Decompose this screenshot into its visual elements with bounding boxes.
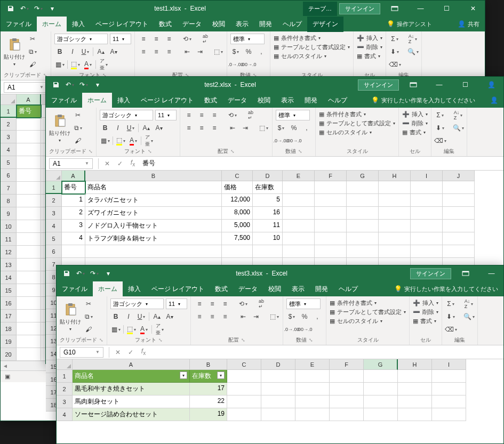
font-size-select[interactable]: 11 ▾	[155, 110, 177, 120]
tab-review[interactable]: 校閲	[207, 17, 230, 32]
col-header[interactable]: I	[432, 359, 466, 370]
decrease-indent-icon[interactable]: ⇤	[227, 123, 238, 133]
cancel-formula-icon[interactable]: ✕	[111, 349, 124, 356]
align-left-icon[interactable]: ≡	[194, 311, 205, 322]
table-header-cell[interactable]: 在庫数▾	[190, 370, 227, 383]
cell[interactable]	[283, 207, 315, 220]
enter-formula-icon[interactable]: ✓	[114, 160, 126, 167]
cell[interactable]	[364, 395, 398, 408]
cell[interactable]	[364, 370, 398, 383]
row-header[interactable]: 4	[1, 143, 17, 156]
copy-icon[interactable]: ⧉	[83, 311, 94, 322]
row-header[interactable]: 12	[1, 246, 17, 259]
tab-view[interactable]: 表示	[230, 17, 254, 32]
conditional-formatting-button[interactable]: ▦条件付き書式▾	[319, 110, 395, 119]
select-all-corner[interactable]	[57, 359, 73, 370]
cell[interactable]	[411, 232, 443, 245]
row-header[interactable]: 2	[46, 194, 62, 207]
tab-data[interactable]: データ	[233, 281, 263, 297]
cell[interactable]	[283, 220, 315, 232]
cell[interactable]	[398, 383, 432, 395]
format-as-table-button[interactable]: ▦テーブルとして書式設定▾	[330, 308, 406, 317]
font-color-icon[interactable]: A	[139, 324, 149, 335]
number-format-select[interactable]: 標準 ▾	[286, 298, 321, 309]
tab-help[interactable]: ヘルプ	[323, 93, 353, 108]
cell[interactable]	[330, 395, 364, 408]
cell[interactable]: 10	[253, 232, 283, 245]
sort-filter-icon[interactable]: A↓Z	[407, 34, 418, 44]
close-button[interactable]: ✕	[461, 1, 485, 17]
cell[interactable]	[398, 408, 432, 421]
align-middle-icon[interactable]: ≡	[207, 298, 218, 309]
select-all-corner[interactable]	[1, 94, 17, 105]
clear-icon[interactable]: ⌫	[389, 59, 400, 70]
percent-icon[interactable]: %	[243, 46, 254, 57]
align-bottom-icon[interactable]: ≡	[220, 298, 230, 309]
cell[interactable]	[432, 395, 466, 408]
orientation-icon[interactable]: ⟲	[182, 34, 193, 44]
dialog-launcher-icon[interactable]: ⤡	[230, 149, 235, 154]
grow-font-icon[interactable]: A▴	[95, 46, 106, 57]
increase-decimal-icon[interactable]: .0→.00	[286, 324, 297, 335]
minimize-button[interactable]: —	[427, 77, 451, 93]
cell[interactable]	[253, 245, 283, 258]
header-cell[interactable]: 商品名	[85, 181, 222, 194]
save-icon[interactable]	[6, 4, 15, 13]
font-name-select[interactable]: 游ゴシック ▾	[54, 34, 108, 44]
comma-icon[interactable]: ,	[301, 123, 312, 133]
find-select-icon[interactable]: 🔍	[407, 46, 418, 57]
cell[interactable]	[17, 322, 41, 335]
cell[interactable]	[17, 156, 41, 169]
align-left-icon[interactable]: ≡	[183, 123, 194, 133]
row-header[interactable]: 1	[57, 370, 73, 383]
enter-formula-icon[interactable]: ✓	[124, 349, 137, 356]
cut-icon[interactable]: ✂	[73, 110, 83, 120]
align-center-icon[interactable]: ≡	[196, 123, 207, 133]
cell[interactable]	[283, 232, 315, 245]
cell[interactable]	[411, 207, 443, 220]
tab-home[interactable]: ホーム	[37, 17, 67, 32]
align-top-icon[interactable]: ≡	[138, 34, 149, 44]
cell[interactable]	[227, 395, 261, 408]
tell-me-input[interactable]: 操作アシスト	[397, 20, 432, 28]
tab-file[interactable]: ファイル	[57, 281, 93, 297]
fill-icon[interactable]: ⬇	[435, 123, 445, 133]
qat-customize-icon[interactable]: ▾	[93, 80, 102, 90]
col-header[interactable]: H	[398, 359, 432, 370]
tab-help[interactable]: ヘルプ	[333, 281, 363, 297]
cell[interactable]: 5	[253, 194, 283, 207]
cell[interactable]	[443, 194, 475, 207]
ribbon-options-icon[interactable]	[382, 1, 406, 17]
tab-insert[interactable]: 挿入	[112, 93, 135, 108]
align-center-icon[interactable]: ≡	[151, 46, 162, 57]
cell[interactable]	[398, 395, 432, 408]
font-name-select[interactable]: 游ゴシック ▾	[100, 110, 153, 120]
dialog-launcher-icon[interactable]: ⤡	[158, 337, 163, 343]
col-header[interactable]: F	[315, 171, 347, 181]
delete-cells-button[interactable]: ➖削除▾	[357, 43, 382, 52]
cell[interactable]	[261, 370, 295, 383]
row-header[interactable]: 14	[1, 271, 17, 284]
increase-decimal-icon[interactable]: .0→.00	[276, 135, 286, 146]
dialog-launcher-icon[interactable]: ⤡	[241, 337, 245, 343]
row-header[interactable]: 6	[46, 245, 62, 258]
row-header[interactable]: 4	[46, 220, 62, 232]
fill-color-icon[interactable]: ⬚	[115, 135, 126, 146]
col-header[interactable]: I	[411, 171, 443, 181]
fill-color-icon[interactable]: ⬚	[126, 324, 137, 335]
row-header[interactable]: 8	[1, 195, 17, 207]
cell[interactable]	[17, 259, 41, 271]
tell-me-input[interactable]: 実行したい作業を入力してください	[381, 96, 475, 104]
cell[interactable]	[347, 220, 379, 232]
save-icon[interactable]	[62, 269, 71, 278]
cell[interactable]	[432, 370, 466, 383]
cell[interactable]	[261, 408, 295, 421]
tab-data[interactable]: データ	[177, 17, 207, 32]
name-box[interactable]: A1▼	[4, 82, 47, 93]
cell[interactable]	[347, 181, 379, 194]
row-header[interactable]: 3	[1, 131, 17, 143]
col-header[interactable]: A	[73, 359, 190, 370]
col-header[interactable]: F	[330, 359, 364, 370]
merge-cells-icon[interactable]: ⬚	[213, 46, 223, 57]
tab-insert[interactable]: 挿入	[67, 17, 90, 32]
